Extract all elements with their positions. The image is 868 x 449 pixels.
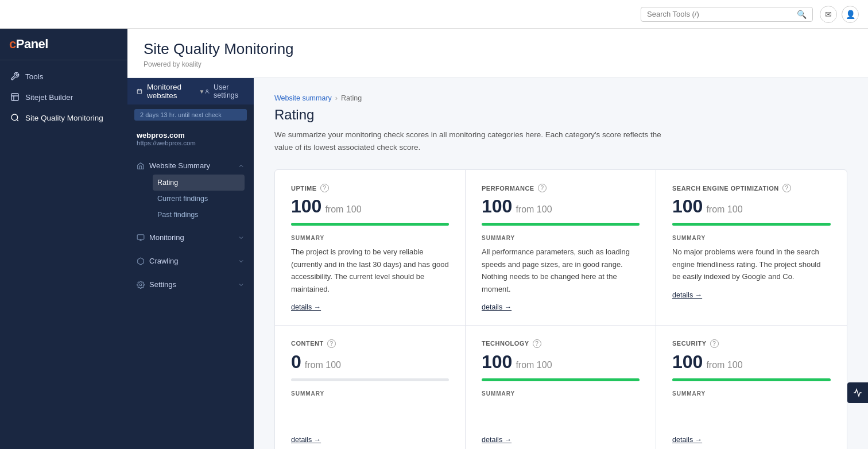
score-bar-track-uptime (291, 223, 449, 226)
details-link-performance[interactable]: details → (482, 303, 640, 311)
crawling-section: Crawling (127, 247, 254, 271)
content-inner: Website summary › Rating Rating We summa… (254, 78, 868, 449)
settings-icon (137, 281, 145, 289)
chart-icon (853, 388, 862, 397)
chevron-down-settings-icon (238, 281, 245, 288)
search-icon[interactable]: 🔍 (797, 10, 807, 19)
summary-text-uptime: The project is proving to be very reliab… (291, 246, 449, 295)
past-findings-menu-item[interactable]: Past findings (153, 207, 245, 223)
chevron-down-monitoring-icon (238, 234, 245, 241)
score-label-content: CONTENT (291, 340, 324, 347)
score-bar-fill-technology (482, 378, 640, 381)
layout: cPanel Tools Sitejet Builder Site Qualit… (0, 29, 868, 449)
svg-point-5 (140, 284, 142, 286)
sidebar-item-sitejet-label: Sitejet Builder (25, 93, 73, 102)
score-label-security: SECURITY (672, 340, 707, 347)
inner-sidebar: Monitored websites ▼ User settings 2 day… (127, 78, 254, 449)
sidebar-item-tools[interactable]: Tools (0, 66, 127, 87)
monitoring-toggle[interactable]: Monitoring (137, 229, 245, 246)
settings-toggle[interactable]: Settings (137, 276, 245, 293)
search-wrap[interactable]: 🔍 (641, 7, 813, 22)
svg-rect-4 (137, 234, 144, 239)
sidebar-item-sqm[interactable]: Site Quality Monitoring (0, 107, 127, 128)
score-cards-grid: UPTIME ? 100 from 100 SUMMARY The projec… (274, 169, 847, 449)
content-area: Website summary › Rating Rating We summa… (254, 78, 868, 449)
score-value-seo: 100 from 100 (672, 196, 831, 217)
score-bar-fill-security (672, 378, 831, 381)
sidebar-item-sqm-label: Site Quality Monitoring (25, 114, 103, 122)
summary-text-performance: All performance parameters, such as load… (482, 246, 640, 295)
score-bar-track-performance (482, 223, 640, 226)
score-value-performance: 100 from 100 (482, 196, 640, 217)
breadcrumb: Website summary › Rating (274, 94, 847, 102)
score-bar-track-security (672, 378, 831, 381)
logo: cPanel (0, 29, 127, 60)
user-settings-icon (204, 88, 210, 95)
website-summary-section: Website Summary Rating Current findings … (127, 152, 254, 224)
user-icon[interactable]: 👤 (842, 6, 859, 23)
settings-section: Settings (127, 271, 254, 295)
tools-icon (10, 72, 20, 81)
score-suffix-security: from 100 (706, 360, 742, 370)
score-card-header-technology: TECHNOLOGY ? (482, 339, 640, 348)
details-link-content[interactable]: details → (291, 436, 449, 444)
current-findings-menu-item[interactable]: Current findings (153, 191, 245, 207)
chevron-up-icon (238, 162, 245, 169)
score-number-uptime: 100 (291, 196, 321, 217)
score-bar-fill-seo (672, 223, 831, 226)
score-value-uptime: 100 from 100 (291, 196, 449, 217)
score-label-uptime: UPTIME (291, 185, 317, 192)
summary-label-uptime: SUMMARY (291, 235, 449, 241)
website-summary-toggle[interactable]: Website Summary (137, 157, 245, 175)
search-input[interactable] (647, 10, 797, 18)
rating-menu-item[interactable]: Rating (153, 175, 245, 191)
summary-label-technology: SUMMARY (482, 390, 640, 397)
breadcrumb-parent[interactable]: Website summary (274, 94, 332, 102)
monitored-websites-label: Monitored websites (147, 83, 195, 100)
help-icon-uptime[interactable]: ? (320, 184, 329, 192)
details-link-seo[interactable]: details → (672, 291, 831, 299)
crawling-toggle[interactable]: Crawling (137, 252, 245, 270)
svg-rect-0 (11, 94, 18, 100)
score-number-performance: 100 (482, 196, 512, 217)
help-icon-performance[interactable]: ? (538, 184, 547, 192)
help-icon-security[interactable]: ? (710, 339, 719, 348)
score-card-header-seo: SEARCH ENGINE OPTIMIZATION ? (672, 184, 831, 192)
help-icon-technology[interactable]: ? (533, 339, 541, 348)
crawling-icon (137, 257, 145, 265)
user-settings-label: User settings (214, 83, 245, 99)
svg-point-1 (11, 114, 18, 121)
breadcrumb-separator: › (335, 94, 338, 102)
help-icon-seo[interactable]: ? (782, 184, 791, 192)
bell-icon[interactable]: ✉ (820, 6, 837, 23)
summary-label-performance: SUMMARY (482, 235, 640, 241)
home-icon (137, 162, 145, 170)
monitoring-icon (137, 234, 145, 242)
content-desc: We summarize your monitoring check score… (274, 129, 665, 153)
details-link-security[interactable]: details → (672, 436, 831, 444)
site-info: webpros.com https://webpros.com (127, 125, 254, 149)
details-link-uptime[interactable]: details → (291, 303, 449, 311)
score-label-seo: SEARCH ENGINE OPTIMIZATION (672, 185, 779, 192)
logo-text: cPanel (9, 37, 48, 51)
score-suffix-content: from 100 (305, 360, 341, 370)
next-check-badge: 2 days 13 hr. until next check (134, 109, 247, 121)
topbar: 🔍 ✉ 👤 (0, 0, 868, 29)
inner-sidebar-menu: Website Summary Rating Current findings … (127, 152, 254, 295)
calendar-icon (137, 87, 142, 95)
score-value-technology: 100 from 100 (482, 351, 640, 373)
svg-rect-2 (137, 90, 141, 94)
website-summary-submenu: Rating Current findings Past findings (137, 175, 245, 223)
help-icon-content[interactable]: ? (327, 339, 336, 348)
settings-label: Settings (149, 280, 176, 289)
float-chart-btn[interactable] (847, 382, 868, 403)
score-suffix-seo: from 100 (706, 204, 742, 215)
score-number-security: 100 (672, 351, 703, 373)
score-card-header-content: CONTENT ? (291, 339, 449, 348)
score-label-performance: PERFORMANCE (482, 185, 534, 192)
sidebar-item-sitejet[interactable]: Sitejet Builder (0, 87, 127, 107)
score-card-content: CONTENT ? 0 from 100 SUMMARY details → (275, 326, 466, 449)
monitored-websites-btn[interactable]: Monitored websites ▼ (137, 83, 204, 100)
details-link-technology[interactable]: details → (482, 436, 640, 444)
user-settings-btn[interactable]: User settings (204, 83, 245, 99)
